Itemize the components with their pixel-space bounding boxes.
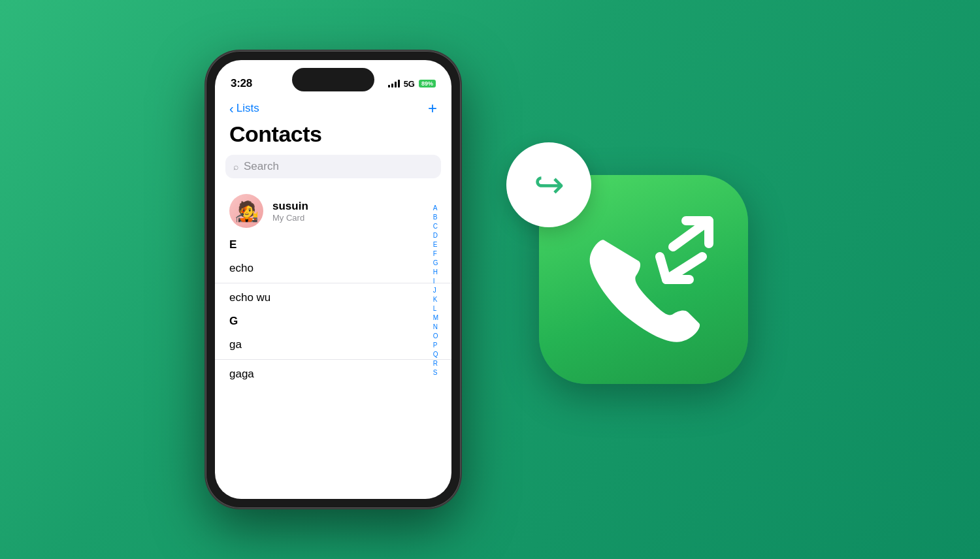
alpha-l[interactable]: L — [433, 304, 438, 313]
alpha-index-sidebar[interactable]: A B C D E F G H I J K L M N O P Q — [433, 204, 438, 492]
chevron-left-icon: ‹ — [229, 102, 234, 115]
phone-screen: 3:28 5G 89% ‹ — [215, 60, 451, 499]
dynamic-island — [292, 68, 374, 91]
reply-badge: ↩ — [506, 142, 591, 227]
signal-bar-4 — [398, 80, 400, 88]
signal-bar-2 — [391, 84, 393, 88]
contact-echo[interactable]: echo — [215, 254, 451, 283]
search-input-placeholder: Search — [244, 160, 279, 173]
phone-frame: 3:28 5G 89% ‹ — [206, 51, 461, 508]
alpha-s[interactable]: S — [433, 368, 438, 377]
network-type: 5G — [404, 79, 415, 89]
alpha-b[interactable]: B — [433, 213, 438, 221]
alpha-r[interactable]: R — [433, 359, 438, 368]
avatar-emoji: 🧑‍🎤 — [235, 200, 259, 223]
page-title: Contacts — [215, 121, 451, 155]
alpha-f[interactable]: F — [433, 249, 438, 258]
alpha-o[interactable]: O — [433, 332, 438, 340]
alpha-i[interactable]: I — [433, 277, 438, 285]
contact-ga[interactable]: ga — [215, 330, 451, 360]
my-card-item[interactable]: 🧑‍🎤 susuin My Card — [215, 189, 451, 236]
phone-mockup: 3:28 5G 89% ‹ — [206, 51, 461, 508]
alpha-n[interactable]: N — [433, 323, 438, 331]
search-icon: ⌕ — [233, 161, 238, 172]
alpha-e[interactable]: E — [433, 240, 438, 249]
signal-bar-1 — [388, 85, 390, 88]
alpha-g[interactable]: G — [433, 259, 438, 267]
alpha-h[interactable]: H — [433, 268, 438, 276]
section-g: G ga gaga — [215, 312, 451, 389]
alpha-j[interactable]: J — [433, 286, 438, 295]
search-bar[interactable]: ⌕ Search — [225, 155, 441, 178]
alpha-a[interactable]: A — [433, 204, 438, 212]
back-label: Lists — [237, 102, 259, 115]
contact-echo-wu[interactable]: echo wu — [215, 283, 451, 312]
reply-arrow-icon: ↩ — [534, 167, 564, 203]
card-name: susuin — [272, 200, 308, 213]
alpha-d[interactable]: D — [433, 231, 438, 240]
add-contact-button[interactable]: + — [428, 101, 437, 116]
section-e: E echo echo wu — [215, 236, 451, 312]
card-info: susuin My Card — [272, 200, 308, 223]
section-letter-g: G — [215, 312, 451, 330]
signal-bars-icon — [388, 80, 400, 88]
section-letter-e: E — [215, 236, 451, 254]
alpha-q[interactable]: Q — [433, 350, 438, 359]
alpha-c[interactable]: C — [433, 222, 438, 231]
contact-gaga[interactable]: gaga — [215, 360, 451, 389]
card-subtitle: My Card — [272, 213, 308, 223]
phone-calls-icon — [565, 214, 722, 345]
signal-bar-3 — [395, 82, 397, 88]
app-icon-area: ↩ — [513, 149, 774, 410]
alpha-m[interactable]: M — [433, 313, 438, 322]
avatar: 🧑‍🎤 — [229, 194, 263, 228]
alpha-k[interactable]: K — [433, 295, 438, 304]
nav-bar: ‹ Lists + — [215, 98, 451, 121]
status-icons: 5G 89% — [388, 79, 436, 89]
back-button[interactable]: ‹ Lists — [229, 102, 259, 115]
battery-indicator: 89% — [419, 80, 436, 88]
status-time: 3:28 — [231, 77, 252, 90]
scene: 3:28 5G 89% ‹ — [0, 0, 980, 559]
alpha-p[interactable]: P — [433, 341, 438, 349]
